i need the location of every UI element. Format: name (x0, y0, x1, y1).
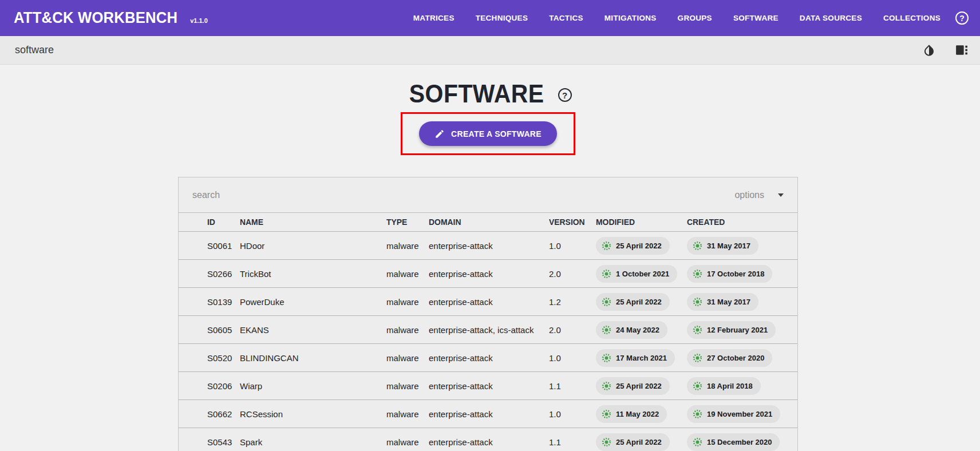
nav-item-matrices[interactable]: MATRICES (413, 14, 455, 22)
cell-id: S0662 (207, 409, 240, 419)
version-ring-icon (693, 381, 702, 391)
cell-created: 17 October 2018 (687, 265, 797, 283)
cell-name: Wiarp (240, 381, 386, 391)
cell-version: 2.0 (549, 325, 596, 335)
column-header-id: ID (207, 217, 239, 227)
cell-version: 1.0 (549, 241, 596, 251)
version-ring-icon (693, 353, 702, 363)
help-icon[interactable]: ? (955, 11, 969, 25)
cell-type: malware (386, 241, 429, 251)
column-header-type: TYPE (386, 217, 427, 227)
version-ring-icon (693, 241, 702, 251)
nav-item-collections[interactable]: COLLECTIONS (883, 14, 941, 22)
version-ring-icon (693, 437, 702, 447)
created-date-badge: 15 December 2020 (687, 433, 780, 451)
version-ring-icon (693, 325, 702, 335)
options-label: options (734, 190, 764, 200)
theme-contrast-icon[interactable] (922, 43, 936, 58)
cell-type: malware (386, 297, 429, 307)
version-ring-icon (602, 241, 611, 251)
breadcrumb: software (15, 44, 54, 56)
cell-id: S0266 (207, 269, 240, 279)
version-ring-icon (602, 297, 611, 307)
cell-type: malware (386, 325, 429, 335)
cell-created: 31 May 2017 (687, 293, 797, 311)
nav-item-software[interactable]: SOFTWARE (733, 14, 779, 22)
cell-version: 1.0 (549, 353, 596, 363)
nav-item-groups[interactable]: GROUPS (678, 14, 712, 22)
app-version: v1.1.0 (190, 17, 208, 24)
page-header: SOFTWARE ? CREATE A SOFTWARE (178, 80, 798, 155)
cell-modified: 11 May 2022 (596, 405, 687, 423)
table-body: S0061 HDoor malware enterprise-attack 1.… (179, 231, 797, 451)
cell-name: Spark (240, 437, 386, 447)
modified-date-badge: 17 March 2021 (596, 349, 675, 367)
title-help-icon[interactable]: ? (558, 88, 572, 102)
cell-modified: 25 April 2022 (596, 433, 687, 451)
cell-created: 12 February 2021 (687, 321, 797, 339)
column-header-modified: MODIFIED (596, 217, 683, 227)
table-row[interactable]: S0139 PowerDuke malware enterprise-attac… (179, 287, 797, 315)
cell-type: malware (386, 437, 429, 447)
created-date-badge: 17 October 2018 (687, 265, 772, 283)
cell-id: S0206 (207, 381, 240, 391)
cell-domain: enterprise-attack (429, 269, 549, 279)
table-row[interactable]: S0520 BLINDINGCAN malware enterprise-att… (179, 343, 797, 371)
created-date-badge: 19 November 2021 (687, 405, 780, 423)
modified-date-badge: 25 April 2022 (596, 237, 670, 255)
cell-name: EKANS (240, 325, 386, 335)
cell-name: RCSession (240, 409, 386, 419)
modified-date-badge: 1 October 2021 (596, 265, 677, 283)
top-navbar: ATT&CK WORKBENCH v1.1.0 MATRICESTECHNIQU… (0, 0, 980, 36)
column-header-domain: DOMAIN (429, 217, 544, 227)
cell-name: PowerDuke (240, 297, 386, 307)
cell-id: S0139 (207, 297, 240, 307)
nav-item-mitigations[interactable]: MITIGATIONS (604, 14, 657, 22)
column-header-created: CREATED (687, 217, 793, 227)
cell-id: S0605 (207, 325, 240, 335)
create-software-button[interactable]: CREATE A SOFTWARE (419, 121, 557, 146)
version-ring-icon (602, 353, 611, 363)
table-row[interactable]: S0543 Spark malware enterprise-attack 1.… (179, 428, 797, 451)
layout-sidebar-icon[interactable] (954, 43, 969, 58)
modified-date-badge: 24 May 2022 (596, 321, 667, 339)
cell-created: 19 November 2021 (687, 405, 797, 423)
breadcrumb-bar: software (0, 36, 980, 65)
version-ring-icon (602, 269, 611, 279)
chevron-down-icon (778, 193, 784, 197)
nav-item-tactics[interactable]: TACTICS (549, 14, 583, 22)
annotation-highlight-box: CREATE A SOFTWARE (401, 112, 575, 155)
page-title: SOFTWARE (409, 80, 544, 108)
cell-type: malware (386, 409, 429, 419)
cell-id: S0520 (207, 353, 240, 363)
version-ring-icon (693, 297, 702, 307)
table-row[interactable]: S0662 RCSession malware enterprise-attac… (179, 399, 797, 428)
version-ring-icon (602, 437, 611, 447)
cell-modified: 24 May 2022 (596, 321, 687, 339)
cell-modified: 25 April 2022 (596, 237, 687, 255)
list-controls: options (179, 177, 797, 213)
cell-modified: 1 October 2021 (596, 265, 687, 283)
created-date-badge: 31 May 2017 (687, 237, 758, 255)
options-dropdown[interactable]: options (734, 190, 788, 200)
cell-type: malware (386, 269, 429, 279)
table-row[interactable]: S0266 TrickBot malware enterprise-attack… (179, 259, 797, 287)
cell-type: malware (386, 381, 429, 391)
app-title: ATT&CK WORKBENCH (14, 9, 177, 27)
table-row[interactable]: S0206 Wiarp malware enterprise-attack 1.… (179, 371, 797, 399)
version-ring-icon (602, 409, 611, 419)
cell-version: 1.2 (549, 297, 596, 307)
search-input[interactable] (192, 190, 734, 200)
nav-item-techniques[interactable]: TECHNIQUES (476, 14, 528, 22)
cell-version: 1.1 (549, 381, 596, 391)
app-brand: ATT&CK WORKBENCH v1.1.0 (14, 9, 208, 27)
cell-modified: 25 April 2022 (596, 377, 687, 395)
table-row[interactable]: S0061 HDoor malware enterprise-attack 1.… (179, 231, 797, 259)
cell-created: 27 October 2020 (687, 349, 797, 367)
cell-id: S0543 (207, 437, 240, 447)
create-software-label: CREATE A SOFTWARE (451, 129, 542, 139)
cell-type: malware (386, 353, 429, 363)
nav-links: MATRICESTECHNIQUESTACTICSMITIGATIONSGROU… (413, 14, 941, 22)
nav-item-data-sources[interactable]: DATA SOURCES (800, 14, 862, 22)
table-row[interactable]: S0605 EKANS malware enterprise-attack, i… (179, 315, 797, 343)
